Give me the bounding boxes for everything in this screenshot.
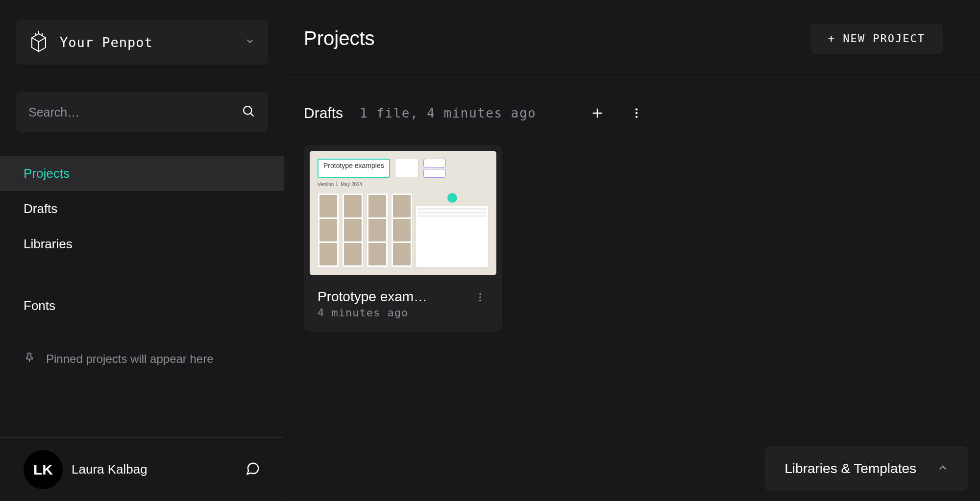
penpot-logo-icon	[28, 30, 49, 54]
svg-point-3	[636, 116, 637, 118]
pin-icon	[24, 352, 35, 366]
pinned-hint-text: Pinned projects will appear here	[46, 352, 214, 366]
sidebar: Your Penpot Projects Drafts Libraries Fo…	[0, 0, 284, 501]
workspace-selector[interactable]: Your Penpot	[16, 20, 268, 65]
drafts-section-header: Drafts 1 file, 4 minutes ago	[284, 77, 980, 125]
file-menu-button[interactable]	[472, 289, 489, 308]
user-avatar[interactable]: LK	[24, 450, 63, 489]
svg-point-2	[636, 112, 637, 114]
file-thumbnail: Prototype examples Version 1. May 2024	[310, 151, 496, 275]
primary-nav: Projects Drafts Libraries	[0, 156, 284, 262]
file-timestamp: 4 minutes ago	[318, 307, 472, 319]
svg-point-6	[479, 300, 481, 302]
workspace-name: Your Penpot	[60, 35, 245, 50]
main-content: Projects + NEW PROJECT Drafts 1 file, 4 …	[284, 0, 980, 501]
nav-item-fonts[interactable]: Fonts	[0, 288, 284, 323]
add-file-button[interactable]	[585, 101, 610, 125]
libraries-templates-label: Libraries & Templates	[784, 461, 916, 477]
pinned-hint: Pinned projects will appear here	[24, 352, 284, 366]
chevron-down-icon	[245, 36, 255, 48]
svg-point-5	[479, 296, 481, 298]
user-footer: LK Laura Kalbag	[0, 437, 284, 501]
new-project-button[interactable]: + NEW PROJECT	[810, 24, 943, 54]
svg-point-1	[636, 108, 637, 110]
search-icon	[242, 104, 255, 120]
file-card-info: Prototype exam… 4 minutes ago	[304, 281, 502, 332]
page-header: Projects + NEW PROJECT	[284, 0, 980, 77]
svg-point-0	[244, 106, 251, 114]
file-card[interactable]: Prototype examples Version 1. May 2024	[304, 145, 502, 332]
nav-item-drafts[interactable]: Drafts	[0, 191, 284, 226]
svg-point-4	[479, 293, 481, 295]
drafts-meta: 1 file, 4 minutes ago	[360, 106, 536, 120]
search-container	[16, 92, 268, 132]
fonts-nav: Fonts	[0, 288, 284, 323]
drafts-title[interactable]: Drafts	[304, 105, 343, 121]
nav-item-projects[interactable]: Projects	[0, 156, 284, 191]
user-name: Laura Kalbag	[72, 462, 245, 477]
search-input[interactable]	[28, 105, 242, 119]
thumb-version: Version 1. May 2024	[318, 182, 489, 187]
thumb-label: Prototype examples	[318, 159, 390, 178]
comment-icon[interactable]	[245, 461, 260, 478]
page-title: Projects	[304, 27, 810, 49]
drafts-actions	[585, 101, 649, 125]
file-title: Prototype exam…	[318, 289, 472, 305]
drafts-menu-button[interactable]	[624, 101, 649, 125]
file-grid: Prototype examples Version 1. May 2024	[284, 125, 980, 351]
nav-item-libraries[interactable]: Libraries	[0, 226, 284, 262]
libraries-templates-toggle[interactable]: Libraries & Templates	[765, 446, 968, 491]
chevron-up-icon	[937, 462, 949, 476]
